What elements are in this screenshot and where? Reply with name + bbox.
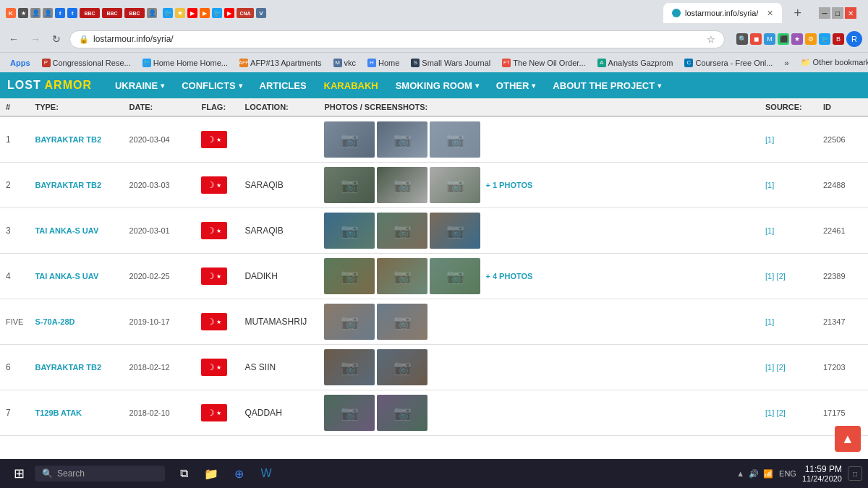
more-photos-link[interactable]: + 1 PHOTOS bbox=[485, 181, 532, 189]
nav-smoking-room[interactable]: SMOKING ROOM ▾ bbox=[387, 72, 488, 98]
photo-thumbnail[interactable]: 📷 bbox=[430, 258, 480, 294]
favicon-b1[interactable]: ★ bbox=[18, 8, 28, 18]
favicon-cna[interactable]: CNA bbox=[237, 8, 254, 18]
photo-thumbnail[interactable]: 📷 bbox=[377, 167, 427, 203]
taskbar-word-icon[interactable]: W bbox=[253, 461, 279, 487]
photo-thumbnail[interactable]: 📷 bbox=[324, 304, 375, 340]
nav-conflicts[interactable]: CONFLICTS ▾ bbox=[173, 72, 250, 98]
ext-icon-7[interactable]: 🐦 bbox=[819, 33, 830, 45]
favicon-tw1[interactable]: 🐦 bbox=[163, 8, 173, 18]
photo-thumbnail[interactable]: 📷 bbox=[324, 213, 375, 249]
type-link[interactable]: TAI ANKA-S UAV bbox=[35, 226, 98, 235]
row-type[interactable]: BAYRAKTAR TB2 bbox=[29, 345, 123, 390]
start-button[interactable]: ⊞ bbox=[6, 461, 32, 487]
source-link[interactable]: [2] bbox=[777, 272, 786, 281]
row-type[interactable]: BAYRAKTAR TB2 bbox=[29, 116, 123, 163]
photo-thumbnail[interactable]: 📷 bbox=[377, 349, 427, 385]
type-link[interactable]: BAYRAKTAR TB2 bbox=[35, 363, 101, 372]
nav-about-project[interactable]: ABOUT THE PROJECT ▾ bbox=[544, 72, 670, 98]
bookmark-swj[interactable]: SSmall Wars Journal bbox=[407, 57, 495, 69]
photo-thumbnail[interactable]: 📷 bbox=[324, 121, 375, 158]
site-logo[interactable]: LOST ARMOR bbox=[7, 79, 92, 92]
new-tab-button[interactable]: + bbox=[788, 6, 807, 21]
bookmark-apps[interactable]: Apps bbox=[6, 57, 35, 69]
favicon-yt1[interactable]: ▶ bbox=[187, 8, 197, 18]
taskbar-multitasking-icon[interactable]: ⧉ bbox=[171, 461, 197, 487]
profile-btn[interactable]: R bbox=[846, 31, 862, 47]
favicon-bbc2[interactable]: BBC bbox=[102, 8, 122, 18]
source-link[interactable]: [1] bbox=[765, 272, 774, 281]
row-type[interactable]: TAI ANKA-S UAV bbox=[29, 208, 123, 254]
favicon-bbc[interactable]: BBC bbox=[80, 8, 100, 18]
photo-thumbnail[interactable]: 📷 bbox=[430, 167, 480, 203]
source-link[interactable]: [1] bbox=[765, 135, 774, 144]
photo-thumbnail[interactable]: 📷 bbox=[324, 349, 375, 385]
tray-up-arrow[interactable]: ▲ bbox=[736, 469, 744, 478]
favicon-person3[interactable]: 👤 bbox=[147, 8, 157, 18]
ext-icon-3[interactable]: M bbox=[764, 33, 775, 45]
bookmark-analysts[interactable]: AAnalysts Gazprom bbox=[593, 57, 678, 69]
photo-thumbnail[interactable]: 📷 bbox=[430, 213, 480, 249]
taskbar-file-explorer-icon[interactable]: 📁 bbox=[198, 461, 224, 487]
bookmark-congressional[interactable]: PCongressional Rese... bbox=[38, 57, 135, 69]
taskbar-chrome-icon[interactable]: ⊕ bbox=[226, 461, 252, 487]
bookmark-afp[interactable]: AFPAFP#13 Apartments bbox=[235, 57, 326, 69]
type-link[interactable]: S-70A-28D bbox=[35, 317, 75, 326]
ext-icon-4[interactable]: ⬛ bbox=[778, 33, 789, 45]
taskbar-search-box[interactable]: 🔍 Search bbox=[35, 466, 165, 481]
source-link[interactable]: [1] bbox=[765, 226, 774, 235]
star-bookmark-icon[interactable]: ☆ bbox=[707, 34, 715, 45]
active-tab[interactable]: lostarmour.info/syria/ ✕ bbox=[663, 3, 782, 23]
nav-ukraine[interactable]: UKRAINE ▾ bbox=[106, 72, 173, 98]
back-to-top-button[interactable]: ▲ bbox=[835, 426, 861, 452]
nav-articles[interactable]: ARTICLES bbox=[251, 72, 315, 98]
nav-back-button[interactable]: ← bbox=[6, 32, 22, 46]
favicon-f2[interactable]: f bbox=[67, 8, 77, 18]
ext-icon-1[interactable]: 🔍 bbox=[736, 33, 748, 45]
row-type[interactable]: BAYRAKTAR TB2 bbox=[29, 163, 123, 208]
type-link[interactable]: BAYRAKTAR TB2 bbox=[35, 181, 101, 189]
favicon-k[interactable]: K bbox=[6, 8, 16, 18]
row-type[interactable]: T129B ATAK bbox=[29, 390, 123, 436]
photo-thumbnail[interactable]: 📷 bbox=[377, 395, 427, 431]
favicon-person[interactable]: 👤 bbox=[30, 8, 41, 18]
type-link[interactable]: TAI ANKA-S UAV bbox=[35, 272, 98, 281]
photo-thumbnail[interactable]: 📷 bbox=[377, 258, 427, 294]
favicon-tw2[interactable]: 🐦 bbox=[212, 8, 222, 18]
clock-display[interactable]: 11:59 PM 11/24/2020 bbox=[802, 464, 842, 483]
nav-karabakh[interactable]: KARABAKH bbox=[315, 72, 387, 98]
type-link[interactable]: BAYRAKTAR TB2 bbox=[35, 135, 101, 144]
source-link[interactable]: [1] bbox=[765, 181, 774, 189]
tab-close-btn[interactable]: ✕ bbox=[767, 9, 773, 18]
source-link[interactable]: [1] bbox=[765, 363, 774, 372]
bookmark-other[interactable]: 📁 Other bookmarks bbox=[796, 56, 868, 69]
photo-thumbnail[interactable]: 📷 bbox=[377, 121, 427, 158]
photo-thumbnail[interactable]: 📷 bbox=[377, 304, 427, 340]
close-button[interactable]: ✕ bbox=[845, 7, 856, 19]
maximize-button[interactable]: □ bbox=[832, 7, 843, 19]
nav-other[interactable]: OTHER ▾ bbox=[488, 72, 545, 98]
favicon-bbc3[interactable]: BBC bbox=[124, 8, 145, 18]
tray-network-icon[interactable]: 📶 bbox=[763, 469, 773, 479]
bookmark-coursera[interactable]: CCoursera - Free Onl... bbox=[680, 57, 777, 69]
favicon-vk[interactable]: V bbox=[256, 8, 266, 18]
nav-forward-button[interactable]: → bbox=[27, 32, 43, 46]
type-link[interactable]: T129B ATAK bbox=[35, 408, 82, 417]
favicon-person2[interactable]: 👤 bbox=[43, 8, 53, 18]
favicon-yt3[interactable]: ▶ bbox=[224, 8, 234, 18]
source-link[interactable]: [1] bbox=[765, 408, 774, 417]
favicon-star[interactable]: ★ bbox=[175, 8, 185, 18]
row-type[interactable]: S-70A-28D bbox=[29, 299, 123, 345]
ext-icon-5[interactable]: ★ bbox=[791, 33, 803, 45]
photo-thumbnail[interactable]: 📷 bbox=[324, 395, 375, 431]
tray-speaker-icon[interactable]: 🔊 bbox=[749, 469, 759, 479]
source-link[interactable]: [2] bbox=[777, 363, 786, 372]
bookmark-home1[interactable]: 🐦Home Home Home... bbox=[138, 57, 232, 69]
photo-thumbnail[interactable]: 📷 bbox=[377, 213, 427, 249]
source-link[interactable]: [1] bbox=[765, 317, 774, 326]
nav-refresh-button[interactable]: ↻ bbox=[49, 32, 64, 46]
bookmark-vkc[interactable]: Mvkc bbox=[329, 57, 361, 69]
notification-button[interactable]: □ bbox=[848, 466, 862, 481]
photo-thumbnail[interactable]: 📷 bbox=[324, 258, 375, 294]
ext-icon-6[interactable]: ⚙ bbox=[805, 33, 817, 45]
